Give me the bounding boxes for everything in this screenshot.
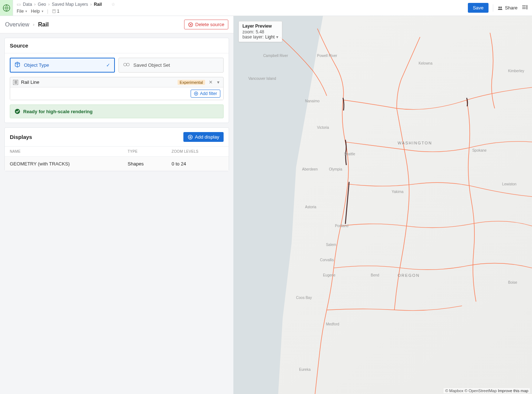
svg-point-4: [498, 7, 500, 8]
entity-name: Rail Line: [21, 79, 175, 85]
plus-circle-icon: [188, 135, 193, 140]
svg-rect-2: [53, 10, 54, 11]
svg-point-11: [124, 63, 126, 66]
breadcrumb-item[interactable]: Saved Map Layers: [52, 2, 88, 7]
add-filter-label: Add filter: [200, 91, 217, 96]
app-body: Overview › Rail Delete source Source Obj…: [0, 16, 532, 394]
col-type: TYPE: [122, 147, 166, 157]
svg-rect-6: [522, 5, 526, 6]
layer-preview-title: Layer Preview: [242, 24, 278, 29]
displays-table: NAME TYPE ZOOM LEVELS GEOMETRY (with TRA…: [5, 147, 229, 171]
display-name: GEOMETRY (with TRACKS): [5, 157, 122, 171]
delete-source-button[interactable]: Delete source: [184, 20, 228, 29]
col-zoom: ZOOM LEVELS: [167, 147, 229, 157]
source-type-options: Object Type ✓ Saved Object Set: [10, 58, 224, 73]
left-header: Overview › Rail Delete source: [0, 16, 233, 33]
map-rail-lines: [233, 16, 532, 394]
topbar-actions: Save Share: [464, 0, 532, 16]
clear-icon[interactable]: ✕: [208, 79, 213, 85]
file-menu[interactable]: File: [17, 9, 27, 14]
zoom-value: 5.48: [256, 29, 264, 34]
display-type: Shapes: [122, 157, 166, 171]
svg-point-5: [500, 7, 502, 8]
add-display-button[interactable]: Add display: [183, 132, 224, 142]
displays-title: Displays: [10, 134, 32, 140]
svg-point-12: [126, 63, 129, 66]
map-canvas[interactable]: WASHINGTON OREGON Campbell River Powell …: [233, 16, 532, 394]
svg-point-14: [15, 109, 20, 114]
displays-card: Displays Add display NAME TYPE ZOOM LEVE…: [4, 127, 229, 171]
add-filter-button[interactable]: Add filter: [191, 90, 220, 98]
plus-circle-icon: [194, 91, 198, 96]
map-attribution: © Mapbox © OpenStreetMap Improve this ma…: [444, 388, 530, 393]
app-logo[interactable]: [0, 0, 13, 16]
help-menu[interactable]: Help: [31, 9, 43, 14]
chevron-right-icon: ›: [48, 2, 50, 7]
page-title: Rail: [38, 21, 49, 28]
divider: |: [47, 9, 48, 14]
breadcrumb-current: Rail: [94, 2, 102, 7]
check-icon: ✓: [106, 62, 110, 68]
map-panel: WASHINGTON OREGON Campbell River Powell …: [233, 16, 532, 394]
ready-banner: Ready for high-scale rendering: [10, 104, 224, 118]
mapbox-link[interactable]: © Mapbox: [445, 389, 463, 393]
star-icon[interactable]: ☆: [111, 2, 115, 7]
divider: [493, 4, 493, 12]
set-icon: [123, 62, 130, 68]
cube-icon: [14, 62, 20, 69]
chevron-down-icon[interactable]: ▾: [216, 79, 220, 85]
layer-preview-panel: Layer Preview zoom: 5.48 base layer: Lig…: [238, 21, 282, 42]
svg-rect-9: [527, 5, 527, 9]
topbar-main: ▭ Data › Geo › Saved Map Layers › Rail ☆…: [13, 0, 464, 16]
chevron-right-icon: ›: [34, 2, 36, 7]
base-layer-select[interactable]: Light ▾: [265, 34, 278, 40]
base-layer-value: Light: [265, 34, 275, 40]
share-label: Share: [505, 5, 518, 11]
delete-icon: [188, 22, 193, 27]
source-card-header: Source: [5, 38, 229, 53]
add-display-label: Add display: [195, 134, 219, 140]
svg-rect-3: [54, 10, 55, 11]
ready-text: Ready for high-scale rendering: [23, 109, 92, 114]
entity-icon: ☰: [13, 80, 18, 85]
people-icon: [498, 5, 503, 11]
object-type-option[interactable]: Object Type ✓: [10, 58, 115, 73]
breadcrumb-item[interactable]: Data: [23, 2, 32, 7]
base-layer-label: base layer:: [242, 34, 264, 40]
left-panel: Overview › Rail Delete source Source Obj…: [0, 16, 233, 394]
overview-link[interactable]: Overview: [5, 21, 29, 28]
zoom-label: zoom:: [242, 29, 254, 34]
source-entity-chip: ☰ Rail Line Experimental ✕ ▾ Add filter: [10, 77, 224, 100]
building-icon: [52, 9, 56, 13]
source-card: Source Object Type ✓ Saved Object Set: [4, 38, 229, 123]
table-row[interactable]: GEOMETRY (with TRACKS) Shapes 0 to 24: [5, 157, 229, 171]
collab-count: 1: [57, 9, 59, 14]
globe-icon: [3, 4, 11, 12]
topbar: ▭ Data › Geo › Saved Map Layers › Rail ☆…: [0, 0, 532, 16]
experimental-badge: Experimental: [178, 80, 205, 85]
delete-source-label: Delete source: [195, 22, 224, 27]
svg-rect-7: [522, 7, 526, 8]
object-type-label: Object Type: [24, 62, 49, 68]
svg-rect-1: [53, 10, 55, 13]
folder-icon: ▭: [17, 2, 21, 7]
breadcrumb: ▭ Data › Geo › Saved Map Layers › Rail ☆: [17, 1, 460, 8]
displays-card-header: Displays Add display: [5, 128, 229, 147]
share-button[interactable]: Share: [498, 5, 518, 11]
col-name: NAME: [5, 147, 122, 157]
topbar-menu: File Help | 1: [17, 8, 460, 15]
panel-toggle-icon[interactable]: [522, 4, 528, 11]
saved-set-label: Saved Object Set: [133, 62, 170, 68]
collaborators[interactable]: 1: [52, 9, 59, 14]
chevron-down-icon: ▾: [276, 34, 278, 40]
display-zoom: 0 to 24: [167, 157, 229, 171]
svg-rect-8: [522, 8, 526, 9]
chevron-right-icon: ›: [90, 2, 92, 7]
saved-object-set-option[interactable]: Saved Object Set: [119, 58, 224, 73]
osm-link[interactable]: © OpenStreetMap: [465, 389, 497, 393]
improve-map-link[interactable]: Improve this map: [498, 389, 528, 393]
breadcrumb-item[interactable]: Geo: [38, 2, 46, 7]
save-button[interactable]: Save: [468, 3, 489, 13]
chevron-right-icon: ›: [33, 22, 34, 27]
check-circle-icon: [14, 108, 20, 114]
